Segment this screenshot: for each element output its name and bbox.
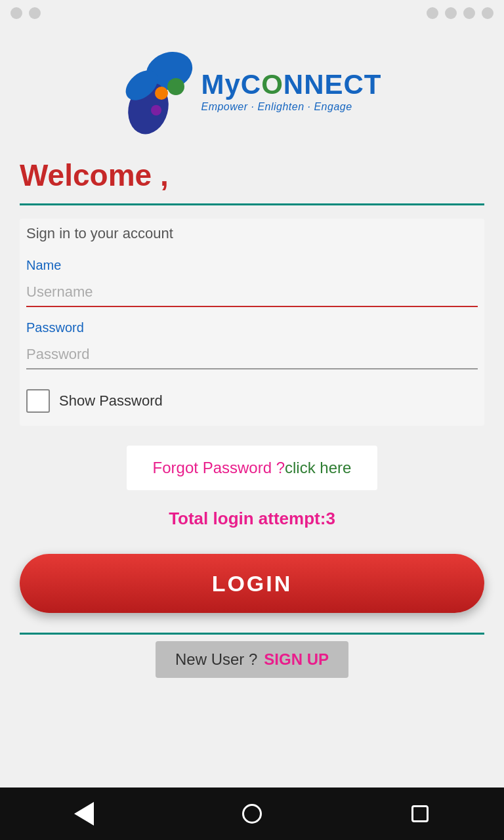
password-field-group: Password bbox=[20, 320, 484, 369]
new-user-text: New User ? bbox=[175, 650, 257, 669]
logo-subtitle: Empower · Enlighten · Engage bbox=[201, 101, 381, 113]
forgot-prefix-text: Forgot Password ? bbox=[153, 459, 285, 476]
status-bar bbox=[0, 0, 504, 26]
login-attempt-text: Total login attempt:3 bbox=[169, 509, 335, 528]
status-icon-4 bbox=[445, 7, 457, 19]
forgot-section: Forgot Password ?click here bbox=[20, 446, 484, 490]
new-user-section: New User ? SIGN UP bbox=[20, 633, 484, 678]
svg-point-4 bbox=[167, 78, 184, 95]
svg-point-5 bbox=[151, 105, 161, 116]
logo-graphic bbox=[122, 46, 201, 138]
welcome-section: Welcome , bbox=[20, 158, 484, 205]
name-field-group: Name bbox=[20, 258, 484, 307]
logo-title: MyCONNECT bbox=[201, 71, 381, 98]
back-icon bbox=[74, 802, 94, 826]
svg-point-3 bbox=[155, 87, 168, 100]
status-icon-5 bbox=[463, 7, 475, 19]
show-password-row[interactable]: Show Password bbox=[20, 383, 484, 419]
logo-text-area: MyCONNECT Empower · Enlighten · Engage bbox=[201, 71, 381, 113]
password-input[interactable] bbox=[26, 341, 478, 369]
password-label: Password bbox=[26, 320, 478, 335]
logo-nnect: NNECT bbox=[284, 69, 382, 100]
login-attempt-section: Total login attempt:3 bbox=[20, 509, 484, 529]
status-bar-right bbox=[427, 7, 494, 19]
username-input[interactable] bbox=[26, 278, 478, 307]
login-button[interactable]: LOGIN bbox=[20, 554, 484, 613]
logo-my: My bbox=[201, 69, 240, 100]
show-password-checkbox[interactable] bbox=[26, 389, 50, 413]
logo-area: MyCONNECT Empower · Enlighten · Engage bbox=[122, 46, 381, 138]
status-icon-6 bbox=[482, 7, 494, 19]
nav-back-button[interactable] bbox=[58, 788, 110, 840]
nav-recent-button[interactable] bbox=[394, 788, 446, 840]
nav-home-button[interactable] bbox=[226, 788, 278, 840]
forgot-link[interactable]: click here bbox=[285, 459, 351, 476]
recent-icon bbox=[411, 805, 429, 822]
home-icon bbox=[242, 804, 262, 824]
logo-c: C bbox=[241, 69, 261, 100]
welcome-title: Welcome , bbox=[20, 158, 484, 193]
main-content: MyCONNECT Empower · Enlighten · Engage W… bbox=[0, 26, 504, 788]
new-user-box: New User ? SIGN UP bbox=[156, 641, 348, 678]
status-icon-2 bbox=[29, 7, 41, 19]
sign-in-label: Sign in to your account bbox=[20, 225, 484, 242]
show-password-label: Show Password bbox=[59, 392, 163, 410]
status-icon-1 bbox=[10, 7, 22, 19]
form-card: Sign in to your account Name Password Sh… bbox=[20, 219, 484, 426]
signup-link[interactable]: SIGN UP bbox=[264, 650, 329, 669]
status-icon-3 bbox=[427, 7, 438, 19]
name-label: Name bbox=[26, 258, 478, 273]
bottom-nav bbox=[0, 788, 504, 840]
forgot-box: Forgot Password ?click here bbox=[127, 446, 378, 490]
logo-o: O bbox=[261, 69, 284, 100]
status-bar-left bbox=[10, 7, 41, 19]
